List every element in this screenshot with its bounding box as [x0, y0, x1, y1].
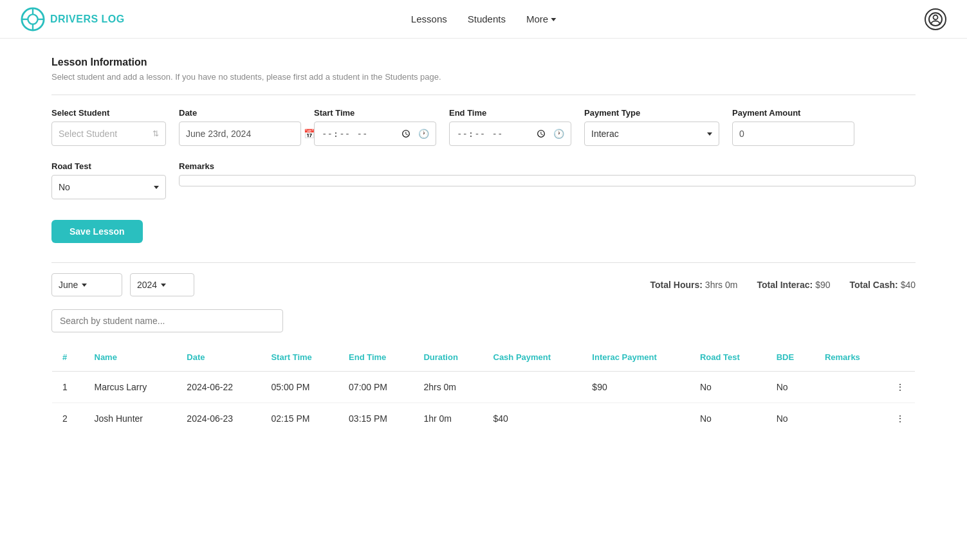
- cell-cash-payment: [483, 372, 582, 403]
- road-test-group: Road Test No: [51, 161, 166, 199]
- header: DRIVERS LOG Lessons Students More: [0, 0, 967, 39]
- end-time-label: End Time: [449, 108, 571, 118]
- month-value: June: [59, 280, 78, 290]
- total-interac-value: $90: [815, 280, 830, 290]
- cell-name: Marcus Larry: [84, 372, 177, 403]
- cell-num: 2: [52, 403, 84, 435]
- logo-icon: [21, 7, 45, 32]
- cell-remarks: [815, 372, 885, 403]
- start-time-input[interactable]: [321, 127, 413, 141]
- divider-top: [51, 95, 916, 95]
- row-actions-button[interactable]: ⋮: [885, 403, 916, 435]
- calendar-icon[interactable]: 📅: [304, 129, 315, 139]
- total-interac-stat: Total Interac: $90: [757, 280, 830, 290]
- select-student-input[interactable]: Select Student ⇅: [51, 122, 166, 146]
- cell-road-test: No: [690, 372, 766, 403]
- cell-end-time: 07:00 PM: [338, 372, 413, 403]
- col-bde: BDE: [766, 343, 815, 372]
- table-row: 1 Marcus Larry 2024-06-22 05:00 PM 07:00…: [52, 372, 916, 403]
- stats-row: Total Hours: 3hrs 0m Total Interac: $90 …: [650, 280, 916, 290]
- filter-row: June 2024 Total Hours: 3hrs 0m Total Int…: [51, 273, 916, 296]
- month-filter[interactable]: June: [51, 273, 122, 296]
- col-actions: [885, 343, 916, 372]
- date-label: Date: [179, 108, 301, 118]
- form-row-2: Road Test No Remarks: [51, 161, 916, 199]
- page-title: Lesson Information: [51, 57, 916, 68]
- col-cash-payment: Cash Payment: [483, 343, 582, 372]
- svg-point-1: [28, 14, 37, 24]
- road-test-chevron-icon: [154, 186, 159, 189]
- logo-area[interactable]: DRIVERS LOG: [21, 7, 125, 32]
- remarks-input[interactable]: [179, 175, 916, 186]
- total-cash-value: $40: [901, 280, 916, 290]
- divider-mid: [51, 262, 916, 263]
- remarks-group: Remarks: [179, 161, 916, 186]
- payment-type-group: Payment Type Interac: [584, 108, 719, 146]
- payment-amount-group: Payment Amount: [732, 108, 854, 146]
- remarks-label: Remarks: [179, 161, 916, 171]
- payment-type-select[interactable]: Interac: [584, 122, 719, 146]
- cell-bde: No: [766, 403, 815, 435]
- search-input[interactable]: [51, 309, 283, 332]
- cell-duration: 1hr 0m: [413, 403, 483, 435]
- end-time-group: End Time 🕐: [449, 108, 571, 146]
- col-interac-payment: Interac Payment: [582, 343, 690, 372]
- form-row-1: Select Student Select Student ⇅ Date 📅 S…: [51, 108, 916, 146]
- cell-date: 2024-06-23: [176, 403, 261, 435]
- end-time-clock-icon: 🕐: [553, 129, 564, 139]
- nav-more[interactable]: More: [526, 14, 556, 24]
- year-filter[interactable]: 2024: [130, 273, 194, 296]
- user-account-icon[interactable]: [925, 8, 946, 30]
- svg-point-7: [934, 15, 938, 19]
- row-actions-button[interactable]: ⋮: [885, 372, 916, 403]
- col-duration: Duration: [413, 343, 483, 372]
- road-test-value: No: [59, 182, 70, 192]
- app-name: DRIVERS LOG: [50, 14, 125, 25]
- page-subtitle: Select student and add a lesson. If you …: [51, 72, 916, 82]
- nav-lessons[interactable]: Lessons: [411, 14, 447, 24]
- payment-amount-input[interactable]: [732, 122, 854, 146]
- cell-bde: No: [766, 372, 815, 403]
- road-test-select[interactable]: No: [51, 175, 166, 199]
- month-chevron-icon: [82, 284, 87, 287]
- table-body: 1 Marcus Larry 2024-06-22 05:00 PM 07:00…: [52, 372, 916, 435]
- date-group: Date 📅: [179, 108, 301, 146]
- col-num: #: [52, 343, 84, 372]
- end-time-input[interactable]: [456, 127, 548, 141]
- lessons-table: # Name Date Start Time End Time Duration…: [51, 343, 916, 435]
- date-input-wrapper[interactable]: 📅: [179, 122, 301, 146]
- payment-amount-label: Payment Amount: [732, 108, 854, 118]
- cell-date: 2024-06-22: [176, 372, 261, 403]
- cell-start-time: 02:15 PM: [261, 403, 338, 435]
- cell-name: Josh Hunter: [84, 403, 177, 435]
- cell-remarks: [815, 403, 885, 435]
- end-time-wrapper[interactable]: 🕐: [449, 122, 571, 146]
- col-start-time: Start Time: [261, 343, 338, 372]
- payment-type-chevron-icon: [707, 132, 712, 136]
- table-header: # Name Date Start Time End Time Duration…: [52, 343, 916, 372]
- start-time-label: Start Time: [314, 108, 436, 118]
- cell-num: 1: [52, 372, 84, 403]
- start-time-clock-icon: 🕐: [418, 129, 429, 139]
- year-value: 2024: [137, 280, 157, 290]
- payment-type-label: Payment Type: [584, 108, 719, 118]
- save-lesson-button[interactable]: Save Lesson: [51, 220, 143, 243]
- cell-interac-payment: [582, 403, 690, 435]
- cell-end-time: 03:15 PM: [338, 403, 413, 435]
- total-cash-stat: Total Cash: $40: [850, 280, 916, 290]
- year-chevron-icon: [161, 284, 166, 287]
- start-time-wrapper[interactable]: 🕐: [314, 122, 436, 146]
- total-hours-stat: Total Hours: 3hrs 0m: [650, 280, 738, 290]
- select-student-label: Select Student: [51, 108, 166, 118]
- chevron-down-icon: [551, 18, 556, 21]
- cell-interac-payment: $90: [582, 372, 690, 403]
- table-row: 2 Josh Hunter 2024-06-23 02:15 PM 03:15 …: [52, 403, 916, 435]
- col-name: Name: [84, 343, 177, 372]
- cell-duration: 2hrs 0m: [413, 372, 483, 403]
- select-student-group: Select Student Select Student ⇅: [51, 108, 166, 146]
- date-input[interactable]: [186, 129, 299, 139]
- col-road-test: Road Test: [690, 343, 766, 372]
- cell-road-test: No: [690, 403, 766, 435]
- nav-students[interactable]: Students: [468, 14, 506, 24]
- col-end-time: End Time: [338, 343, 413, 372]
